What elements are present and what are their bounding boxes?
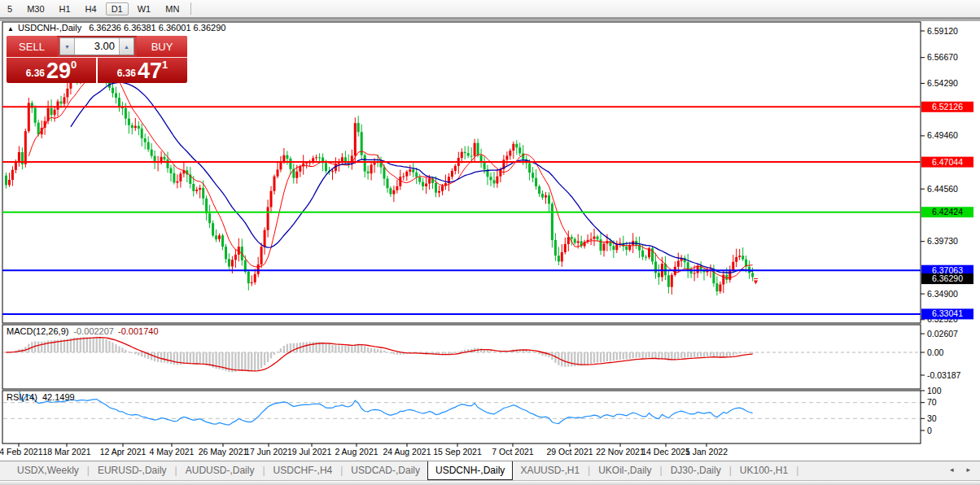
svg-text:6.44560: 6.44560 [927, 184, 958, 194]
sell-price-sup: 0 [71, 59, 77, 71]
chart-workspace: 6.591206.566706.542906.494606.445606.397… [0, 21, 980, 461]
svg-text:9 Jul 2021: 9 Jul 2021 [292, 447, 332, 457]
price-axis-labels: 6.591206.566706.542906.494606.445606.397… [921, 26, 961, 435]
sell-price-big: 29 [46, 60, 71, 82]
svg-text:6.33041: 6.33041 [932, 308, 963, 318]
buy-price-big: 47 [138, 60, 162, 82]
tabs-scroll-left-icon[interactable]: ◂ [950, 465, 954, 474]
timeframe-button-h1[interactable]: H1 [54, 2, 77, 15]
svg-text:5 Jan 2022: 5 Jan 2022 [685, 447, 728, 457]
svg-text:6.47044: 6.47044 [932, 157, 963, 167]
tabs-scroll-right-icon[interactable]: ▸ [966, 465, 970, 474]
date-axis-labels: 24 Feb 202118 Mar 202112 Apr 20214 May 2… [0, 443, 728, 457]
chart-ohlc-values: 6.36236 6.36381 6.36001 6.36290 [89, 23, 225, 33]
tab-scroll-arrows: ◂▸ [937, 465, 970, 474]
timeframe-button-w1[interactable]: W1 [132, 2, 157, 15]
chart-tab-usdchf-h4[interactable]: USDCHF-,H4 [266, 461, 340, 479]
svg-text:7 Oct 2021: 7 Oct 2021 [492, 447, 534, 457]
svg-text:29 Oct 2021: 29 Oct 2021 [546, 447, 593, 457]
panel-frames [2, 22, 921, 443]
svg-text:6.39730: 6.39730 [927, 236, 958, 246]
svg-text:6.36290: 6.36290 [932, 273, 963, 283]
status-strip [0, 480, 980, 485]
trade-panel-price-row: 6.36 29 0 6.36 47 1 [7, 58, 187, 83]
svg-text:18 Mar 2021: 18 Mar 2021 [43, 447, 91, 457]
chart-symbol-label: USDCNH-,Daily [18, 23, 81, 33]
svg-text:70: 70 [927, 397, 937, 407]
collapse-triangle-icon[interactable]: ▲ [7, 25, 14, 33]
rsi-value: 42.1499 [42, 392, 75, 402]
rsi-caption: RSI(14)42.1499 [7, 392, 75, 402]
buy-price-cell[interactable]: 6.36 47 1 [98, 58, 187, 83]
svg-text:0.00: 0.00 [927, 347, 944, 357]
volume-decrease-button[interactable]: ▼ [60, 38, 75, 55]
svg-text:15 Sep 2021: 15 Sep 2021 [433, 447, 482, 457]
svg-text:12 Apr 2021: 12 Apr 2021 [100, 447, 147, 457]
one-click-trade-panel: SELL ▼ 3.00 ▲ BUY 6.36 29 0 6.36 47 1 [7, 36, 187, 83]
trade-panel-top-row: SELL ▼ 3.00 ▲ BUY [7, 36, 187, 58]
svg-text:6.56670: 6.56670 [927, 52, 958, 62]
toolbar-separator [190, 2, 191, 15]
svg-text:6.49460: 6.49460 [927, 130, 958, 140]
macd-value-main: -0.002207 [73, 326, 114, 336]
tab-separator: | [795, 461, 799, 479]
timeframe-button-5[interactable]: 5 [2, 2, 18, 15]
volume-increase-button[interactable]: ▲ [119, 38, 133, 55]
timeframe-button-h4[interactable]: H4 [80, 2, 103, 15]
macd-caption: MACD(12,26,9)-0.002207-0.001740 [7, 326, 159, 336]
sell-price-cell[interactable]: 6.36 29 0 [7, 58, 96, 83]
chart-tab-uk100-h1[interactable]: UK100-,H1 [733, 461, 795, 479]
svg-text:6.42424: 6.42424 [932, 207, 963, 216]
rsi-label: RSI(14) [7, 392, 37, 402]
chart-tabs-bar: USDX,Weekly|EURUSD-,Daily|AUDUSD-,Daily|… [0, 461, 980, 480]
svg-text:4 May 2021: 4 May 2021 [150, 447, 195, 457]
svg-text:30: 30 [927, 413, 937, 423]
chart-tab-usdcnh-daily[interactable]: USDCNH-,Daily [427, 461, 513, 480]
sell-price-small: 6.36 [26, 68, 45, 79]
timeframe-button-d1[interactable]: D1 [106, 2, 129, 15]
chart-tab-usdx-weekly[interactable]: USDX,Weekly [10, 461, 86, 479]
svg-text:-0.03187: -0.03187 [927, 370, 961, 380]
svg-text:100: 100 [927, 386, 942, 395]
chart-tab-ukoil-daily[interactable]: UKOil-,Daily [591, 461, 658, 479]
svg-text:6.34900: 6.34900 [927, 289, 958, 299]
chart-tab-dj30-daily[interactable]: DJ30-,Daily [663, 461, 728, 479]
volume-spinner: ▼ 3.00 ▲ [59, 37, 134, 55]
macd-value-signal: -0.001740 [118, 326, 159, 336]
svg-text:17 Jun 2021: 17 Jun 2021 [245, 447, 292, 457]
svg-text:22 Nov 2021: 22 Nov 2021 [596, 447, 645, 457]
svg-text:24 Aug 2021: 24 Aug 2021 [383, 447, 431, 457]
buy-price-small: 6.36 [117, 68, 136, 79]
svg-text:2 Aug 2021: 2 Aug 2021 [335, 447, 378, 457]
chart-tab-xauusd-h1[interactable]: XAUUSD-,H1 [513, 461, 587, 479]
volume-field[interactable]: 3.00 [75, 38, 119, 55]
svg-text:0: 0 [927, 426, 932, 435]
chart-canvas[interactable]: 6.591206.566706.542906.494606.445606.397… [0, 21, 980, 461]
svg-text:14 Dec 2021: 14 Dec 2021 [641, 447, 690, 457]
chart-title: ▲USDCNH-,Daily6.36236 6.36381 6.36001 6.… [7, 23, 225, 33]
timeframe-toolbar: 5M30H1H4D1W1MN [0, 0, 980, 18]
chart-tab-usdcad-daily[interactable]: USDCAD-,Daily [343, 461, 427, 479]
svg-text:26 May 2021: 26 May 2021 [199, 447, 248, 457]
sell-button[interactable]: SELL [7, 36, 57, 57]
chart-tab-eurusd-daily[interactable]: EURUSD-,Daily [90, 461, 174, 479]
svg-text:0.02607: 0.02607 [927, 329, 958, 339]
svg-text:6.52126: 6.52126 [932, 102, 963, 111]
svg-text:24 Feb 2021: 24 Feb 2021 [0, 447, 43, 457]
svg-text:6.54290: 6.54290 [927, 78, 958, 88]
chart-tab-audusd-daily[interactable]: AUDUSD-,Daily [178, 461, 262, 479]
macd-label: MACD(12,26,9) [7, 326, 68, 336]
buy-button[interactable]: BUY [137, 36, 187, 57]
svg-text:6.59120: 6.59120 [927, 26, 958, 36]
mt4-window: 5M30H1H4D1W1MN 6.591206.566706.542906.49… [0, 0, 980, 485]
timeframe-button-mn[interactable]: MN [160, 2, 185, 15]
timeframe-button-m30[interactable]: M30 [21, 2, 50, 15]
buy-price-sup: 1 [162, 59, 168, 71]
